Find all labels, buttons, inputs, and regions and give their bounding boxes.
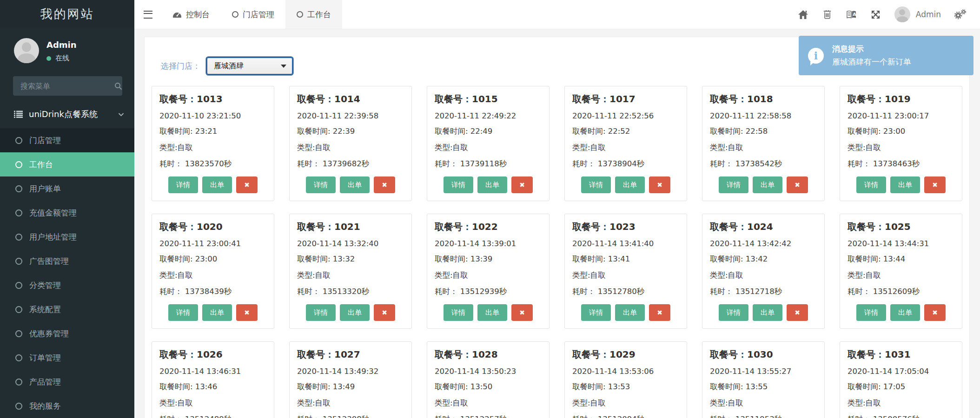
sidebar-item-7[interactable]: 系统配置 xyxy=(0,297,134,321)
order-card: 取餐号：1019 2020-11-11 23:00:17 取餐时间: 23:00… xyxy=(840,86,962,201)
order-type: 类型:自取 xyxy=(435,270,542,281)
delete-order-button[interactable]: ✖ xyxy=(236,304,258,321)
sidebar-item-10[interactable]: 产品管理 xyxy=(0,370,134,394)
order-number: 取餐号：1023 xyxy=(572,221,679,233)
order-card: 取餐号：1015 2020-11-11 22:49:22 取餐时间: 22:49… xyxy=(427,86,550,201)
detail-button[interactable]: 详情 xyxy=(856,176,886,193)
print-order-button[interactable]: 出单 xyxy=(477,304,507,321)
sidebar-item-2[interactable]: 用户账单 xyxy=(0,176,134,201)
sidebar-item-11[interactable]: 我的服务 xyxy=(0,394,134,418)
order-type: 类型:自取 xyxy=(848,398,954,408)
sidebar-item-5[interactable]: 广告图管理 xyxy=(0,249,134,273)
print-order-button[interactable]: 出单 xyxy=(615,304,645,321)
delete-order-button[interactable]: ✖ xyxy=(924,304,946,321)
gauge-icon xyxy=(172,10,182,19)
notification-toast[interactable]: i 消息提示 雁城酒肆有一个新订单 xyxy=(799,36,973,75)
sidebar-item-9[interactable]: 订单管理 xyxy=(0,346,134,370)
order-created-time: 2020-11-14 17:05:04 xyxy=(848,367,954,376)
order-type: 类型:自取 xyxy=(848,143,954,153)
toast-title: 消息提示 xyxy=(832,44,911,54)
order-created-time: 2020-11-11 22:49:22 xyxy=(435,111,542,120)
sidebar-item-label: 我的服务 xyxy=(29,401,61,411)
order-actions: 详情 出单 ✖ xyxy=(297,176,404,193)
content-area: i 消息提示 雁城酒肆有一个新订单 选择门店： 雁城酒肆 取餐号：1013 20… xyxy=(134,29,980,418)
trash-icon[interactable] xyxy=(815,0,840,29)
search-input[interactable] xyxy=(20,81,114,91)
delete-order-button[interactable]: ✖ xyxy=(924,176,946,193)
nav-tab-0[interactable]: 控制台 xyxy=(161,0,221,29)
delete-order-button[interactable]: ✖ xyxy=(374,176,395,193)
nav-tab-1[interactable]: 门店管理 xyxy=(221,0,285,29)
gears-icon[interactable] xyxy=(947,0,972,29)
print-order-button[interactable]: 出单 xyxy=(615,176,645,193)
navbar-tabs: 控制台 门店管理 工作台 xyxy=(161,0,342,29)
delete-order-button[interactable]: ✖ xyxy=(374,304,395,321)
sidebar-item-label: 产品管理 xyxy=(29,377,61,387)
detail-button[interactable]: 详情 xyxy=(719,176,748,193)
sidebar-item-label: 优惠券管理 xyxy=(29,328,69,339)
sidebar-item-4[interactable]: 用户地址管理 xyxy=(0,225,134,249)
print-order-button[interactable]: 出单 xyxy=(890,304,920,321)
order-card: 取餐号：1026 2020-11-14 13:46:31 取餐时间: 13:46… xyxy=(152,341,274,418)
sidebar-search[interactable] xyxy=(13,76,122,96)
detail-button[interactable]: 详情 xyxy=(719,304,748,321)
delete-order-button[interactable]: ✖ xyxy=(649,304,670,321)
info-icon: i xyxy=(808,48,824,64)
order-created-time: 2020-11-11 23:00:17 xyxy=(848,111,954,120)
detail-button[interactable]: 详情 xyxy=(444,176,473,193)
order-created-time: 2020-11-11 22:58:58 xyxy=(710,111,817,120)
detail-button[interactable]: 详情 xyxy=(444,304,473,321)
delete-order-button[interactable]: ✖ xyxy=(787,304,808,321)
hamburger-icon xyxy=(144,11,152,19)
print-order-button[interactable]: 出单 xyxy=(340,176,370,193)
nav-tab-label: 工作台 xyxy=(307,9,331,20)
delete-order-button[interactable]: ✖ xyxy=(511,176,533,193)
print-order-button[interactable]: 出单 xyxy=(340,304,370,321)
sidebar-item-1[interactable]: 工作台 xyxy=(0,152,134,176)
detail-button[interactable]: 详情 xyxy=(856,304,886,321)
print-order-button[interactable]: 出单 xyxy=(753,176,782,193)
delete-order-button[interactable]: ✖ xyxy=(649,176,670,193)
sidebar-item-3[interactable]: 充值金额管理 xyxy=(0,201,134,225)
detail-button[interactable]: 详情 xyxy=(168,176,198,193)
sidebar-group-unidrink[interactable]: uniDrink点餐系统 xyxy=(0,105,134,124)
print-order-button[interactable]: 出单 xyxy=(202,176,232,193)
sidebar-toggle-button[interactable] xyxy=(134,0,161,29)
top-navbar: 控制台 门店管理 工作台 xyxy=(134,0,980,29)
detail-button[interactable]: 详情 xyxy=(168,304,198,321)
sidebar-item-8[interactable]: 优惠券管理 xyxy=(0,321,134,346)
store-select[interactable]: 雁城酒肆 xyxy=(206,57,293,75)
sidebar-item-0[interactable]: 门店管理 xyxy=(0,128,134,152)
circle-icon xyxy=(15,403,22,410)
order-pickup-time: 取餐时间: 23:00 xyxy=(159,254,266,264)
navbar-right: A Admin xyxy=(791,0,980,29)
nav-tab-2[interactable]: 工作台 xyxy=(285,0,342,29)
delete-order-button[interactable]: ✖ xyxy=(236,176,258,193)
expand-icon[interactable] xyxy=(864,0,888,29)
delete-order-button[interactable]: ✖ xyxy=(787,176,808,193)
sidebar: 我的网站 Admin 在线 uniDrink点餐系统 xyxy=(0,0,134,418)
delete-order-button[interactable]: ✖ xyxy=(511,304,533,321)
detail-button[interactable]: 详情 xyxy=(581,176,611,193)
detail-button[interactable]: 详情 xyxy=(581,304,611,321)
search-icon[interactable] xyxy=(114,82,122,90)
print-order-button[interactable]: 出单 xyxy=(890,176,920,193)
order-number: 取餐号：1019 xyxy=(848,93,954,105)
detail-button[interactable]: 详情 xyxy=(306,176,336,193)
sidebar-item-label: 订单管理 xyxy=(29,353,61,363)
home-icon[interactable] xyxy=(791,0,815,29)
order-created-time: 2020-11-14 13:44:31 xyxy=(848,239,954,248)
sidebar-item-6[interactable]: 分类管理 xyxy=(0,273,134,297)
order-created-time: 2020-11-11 22:39:58 xyxy=(297,111,404,120)
print-order-button[interactable]: 出单 xyxy=(202,304,232,321)
print-order-button[interactable]: 出单 xyxy=(477,176,507,193)
site-title: 我的网站 xyxy=(0,0,134,28)
translate-icon[interactable]: A xyxy=(840,0,864,29)
order-created-time: 2020-11-14 13:46:31 xyxy=(159,367,266,376)
order-actions: 详情 出单 ✖ xyxy=(848,176,954,193)
nav-tab-label: 门店管理 xyxy=(243,9,274,20)
detail-button[interactable]: 详情 xyxy=(306,304,336,321)
print-order-button[interactable]: 出单 xyxy=(753,304,782,321)
navbar-user-menu[interactable]: Admin xyxy=(888,7,947,22)
order-type: 类型:自取 xyxy=(710,270,817,281)
